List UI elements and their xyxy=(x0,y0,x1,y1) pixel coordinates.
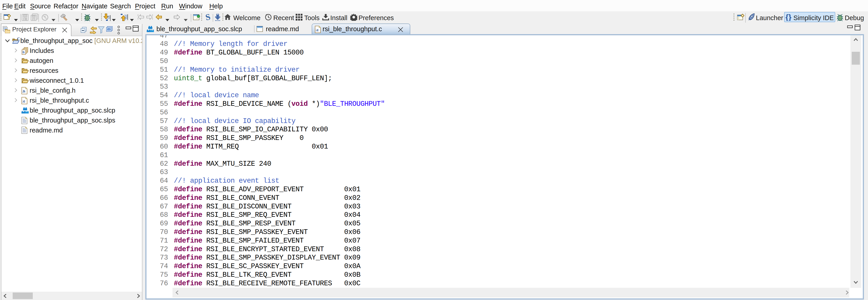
svg-text:si: si xyxy=(108,28,110,31)
svg-text:.h: .h xyxy=(22,89,25,93)
svg-text:.c: .c xyxy=(22,99,25,103)
svg-text:{}: {} xyxy=(785,13,792,21)
svg-text:C: C xyxy=(17,37,20,41)
svg-text:S: S xyxy=(205,13,211,22)
svg-text:h: h xyxy=(23,51,25,54)
svg-text:.c: .c xyxy=(316,28,319,32)
